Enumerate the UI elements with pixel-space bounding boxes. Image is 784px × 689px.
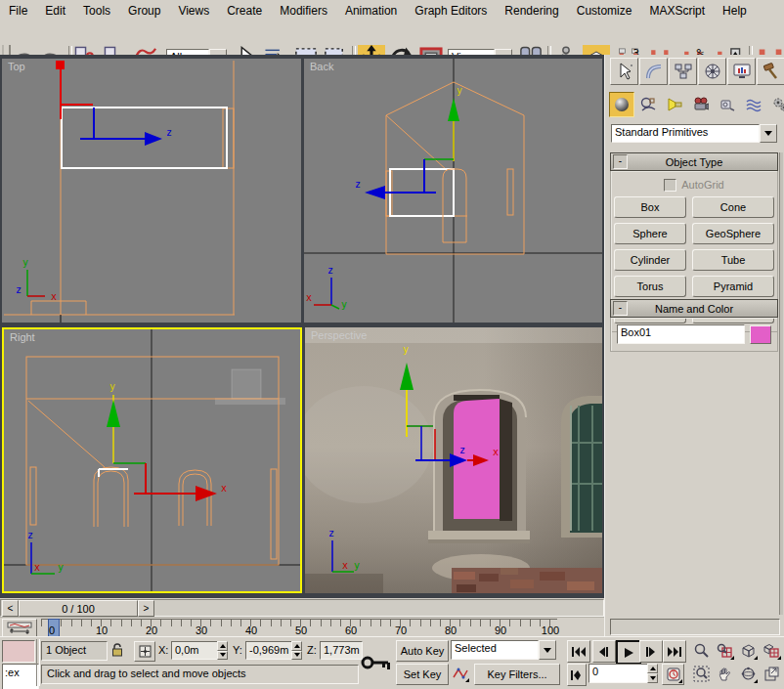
viewport-perspective-canvas[interactable]: y z x z x y — [305, 327, 602, 593]
hierarchy-tab-icon — [675, 63, 692, 80]
go-to-end-icon — [668, 647, 681, 657]
zoom-button[interactable] — [690, 640, 712, 661]
category-geometry[interactable] — [609, 92, 634, 117]
zoom-region-button[interactable] — [690, 664, 712, 684]
category-cameras[interactable] — [688, 92, 714, 117]
name-color-rollout: - Name and Color Box01 — [610, 299, 778, 352]
viewport-right-label[interactable]: Right — [10, 331, 35, 343]
command-panel: Standard Primitives - Object Type AutoGr… — [604, 55, 784, 636]
box-button[interactable]: Box — [614, 196, 686, 218]
default-in-out-tangents-button[interactable] — [451, 664, 470, 683]
menu-file[interactable]: File — [0, 1, 36, 22]
tab-modify[interactable] — [639, 58, 668, 85]
menu-help[interactable]: Help — [714, 1, 756, 22]
menu-maxscript[interactable]: MAXScript — [640, 1, 714, 22]
menu-group[interactable]: Group — [119, 1, 169, 22]
viewport-area: Top z y x — [0, 55, 604, 598]
x-coordinate-field[interactable]: 0,0m — [171, 641, 220, 660]
tab-hierarchy[interactable] — [669, 58, 697, 85]
go-to-start-button[interactable] — [567, 640, 590, 663]
tube-button[interactable]: Tube — [692, 249, 774, 271]
zoom-extents-all-button[interactable] — [761, 640, 782, 661]
go-to-end-button[interactable] — [663, 640, 686, 663]
cylinder-button[interactable]: Cylinder — [614, 249, 686, 271]
sphere-button[interactable]: Sphere — [614, 223, 686, 244]
viewport-perspective[interactable]: Perspective — [305, 327, 602, 593]
panel-scroll-gutter[interactable] — [779, 152, 783, 615]
object-color-swatch[interactable] — [750, 325, 771, 344]
menu-edit[interactable]: Edit — [36, 1, 74, 22]
listener-field[interactable]: :ex — [2, 664, 39, 689]
category-helpers[interactable] — [715, 92, 740, 117]
torus-button[interactable]: Torus — [614, 276, 686, 297]
menu-customize[interactable]: Customize — [568, 1, 641, 22]
previous-frame-slider-button[interactable]: < — [2, 600, 19, 617]
x-spinner[interactable] — [217, 641, 228, 660]
menu-graph-editors[interactable]: Graph Editors — [406, 1, 496, 22]
viewport-back-canvas[interactable]: y z z x y — [304, 59, 602, 323]
category-shapes[interactable] — [635, 92, 661, 117]
previous-frame-icon — [599, 647, 610, 657]
object-type-rollout-header[interactable]: - Object Type — [610, 152, 778, 171]
cone-button[interactable]: Cone — [692, 196, 774, 218]
geosphere-button[interactable]: GeoSphere — [692, 223, 774, 244]
absolute-mode-toggle[interactable] — [134, 641, 155, 662]
z-coordinate-field[interactable]: 1,773m — [320, 641, 363, 660]
menu-animation[interactable]: Animation — [336, 1, 406, 22]
min-max-toggle-button[interactable] — [761, 664, 782, 684]
current-frame-field[interactable]: 0 — [588, 664, 651, 683]
autogrid-checkbox[interactable] — [664, 179, 676, 192]
viewport-right-active[interactable]: Right — [2, 327, 302, 593]
time-configuration-button[interactable] — [662, 664, 684, 685]
viewport-perspective-label[interactable]: Perspective — [311, 329, 367, 341]
menu-rendering[interactable]: Rendering — [496, 1, 567, 22]
arc-rotate-button[interactable] — [737, 664, 759, 684]
zoom-extents-button[interactable] — [737, 640, 759, 661]
play-animation-button[interactable] — [616, 640, 641, 665]
key-mode-toggle-button[interactable] — [567, 664, 587, 686]
dropdown-arrow-icon[interactable] — [539, 640, 556, 660]
key-filters-button[interactable]: Key Filters... — [474, 664, 560, 685]
category-lights[interactable] — [662, 92, 687, 117]
viewport-back-label[interactable]: Back — [310, 61, 333, 72]
set-keys-button[interactable] — [360, 641, 391, 684]
pyramid-button[interactable]: Pyramid — [692, 276, 774, 297]
time-slider-handle[interactable]: 0 / 100 — [19, 600, 138, 617]
set-key-button[interactable]: Set Key — [396, 664, 449, 685]
category-systems[interactable] — [767, 92, 784, 117]
tab-motion[interactable] — [698, 58, 726, 85]
menu-create[interactable]: Create — [218, 1, 271, 22]
helpers-icon — [719, 97, 735, 112]
open-mini-curve-editor-button[interactable] — [2, 619, 37, 637]
frame-spinner[interactable] — [647, 664, 658, 683]
viewport-right-canvas[interactable]: y x z x y — [4, 329, 300, 591]
primitives-category-dropdown[interactable]: Standard Primitives — [611, 124, 777, 143]
y-spinner[interactable] — [291, 641, 302, 660]
dropdown-arrow-icon[interactable] — [760, 124, 777, 143]
name-color-rollout-header[interactable]: - Name and Color — [610, 299, 778, 318]
pan-button[interactable] — [714, 664, 735, 684]
key-mode-selection-dropdown[interactable]: Selected — [451, 640, 556, 660]
next-frame-button[interactable] — [639, 640, 663, 663]
menu-modifiers[interactable]: Modifiers — [271, 1, 336, 22]
zoom-all-button[interactable] — [714, 640, 735, 661]
next-frame-slider-button[interactable]: > — [138, 600, 154, 617]
macro-recorder-field[interactable] — [2, 640, 35, 663]
viewport-top[interactable]: Top z y x — [2, 59, 301, 323]
tab-utilities[interactable] — [757, 58, 784, 85]
category-space-warps[interactable] — [741, 92, 766, 117]
auto-key-button[interactable]: Auto Key — [396, 640, 449, 662]
scene-wireframe — [4, 61, 235, 315]
y-coordinate-field[interactable]: -0,969m — [245, 641, 294, 660]
menu-views[interactable]: Views — [169, 1, 218, 22]
menu-tools[interactable]: Tools — [74, 1, 119, 22]
tab-create[interactable] — [610, 58, 638, 85]
object-name-input[interactable]: Box01 — [617, 324, 745, 344]
tab-display[interactable] — [727, 58, 756, 85]
previous-frame-button[interactable] — [592, 640, 616, 663]
viewport-top-label[interactable]: Top — [8, 61, 25, 72]
selection-lock-toggle[interactable] — [108, 641, 127, 660]
viewport-back[interactable]: Back y — [304, 59, 602, 323]
axis-tripod: z x y — [306, 265, 347, 310]
viewport-top-canvas[interactable]: z y x z — [2, 59, 301, 323]
